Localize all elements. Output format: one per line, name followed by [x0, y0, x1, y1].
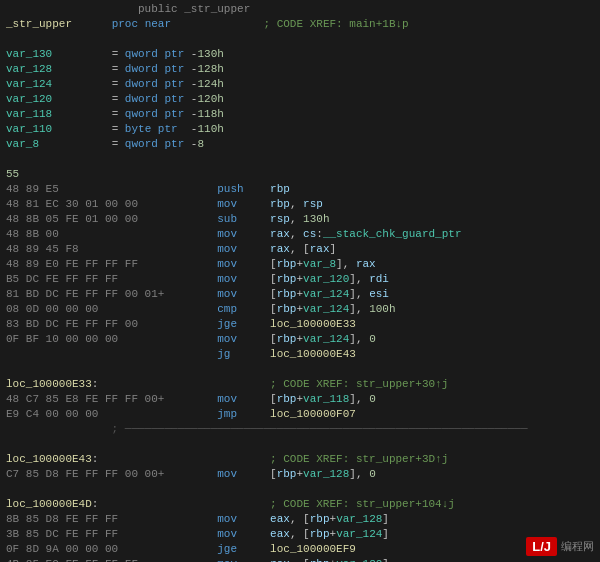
watermark: L/J 编程网 — [526, 537, 594, 556]
watermark-text: 编程网 — [561, 539, 594, 554]
watermark-logo: L/J — [526, 537, 557, 556]
disassembly-view: public _str_upper _str_upper proc near ;… — [0, 0, 600, 562]
code-content: public _str_upper _str_upper proc near ;… — [0, 0, 600, 562]
